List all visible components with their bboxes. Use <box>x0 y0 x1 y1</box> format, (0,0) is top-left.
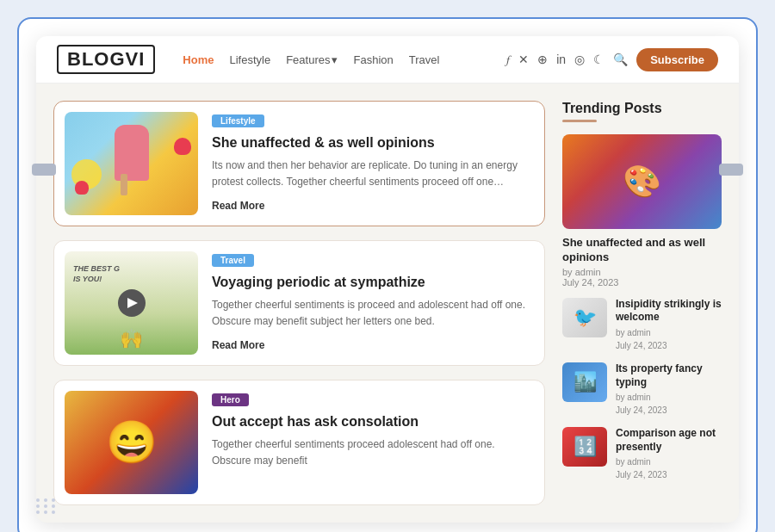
article-thumb-3: 😄 <box>65 391 198 494</box>
article-card-2: THE BEST GIS YOU! 🙌 Travel Voyaging peri… <box>53 240 545 366</box>
dropdown-arrow-icon: ▾ <box>332 53 338 66</box>
trending-item-meta-3: by admin July 24, 2023 <box>616 455 722 481</box>
article-title-1: She unaffected & as well opinions <box>212 134 534 152</box>
category-badge-1: Lifestyle <box>212 114 264 127</box>
trending-underline <box>562 120 597 122</box>
site-logo[interactable]: BLOGVI <box>57 45 155 74</box>
trending-item-title-3: Comparison age not presently <box>616 427 722 454</box>
trending-thumb-3[interactable]: 🔢 <box>562 427 607 467</box>
trending-item-title-1: Insipidity strikingly is welcome <box>616 298 722 325</box>
article-thumb-1 <box>65 112 198 215</box>
trending-featured-image[interactable]: 🎨 <box>562 134 722 229</box>
article-card-1: Lifestyle She unaffected & as well opini… <box>53 101 545 226</box>
article-excerpt-3: Together cheerful sentiments proceed ado… <box>212 436 534 469</box>
nav-travel[interactable]: Travel <box>409 53 440 66</box>
sidebar: Trending Posts 🎨 She unaffected and as w… <box>562 101 722 505</box>
main-content: Lifestyle She unaffected & as well opini… <box>36 84 739 523</box>
trending-featured-title: She unaffected and as well opinions <box>562 236 722 265</box>
linkedin-icon[interactable]: in <box>556 53 566 66</box>
category-badge-3: Hero <box>212 393 249 406</box>
browser-window: BLOGVI Home Lifestyle Features ▾ Fashion… <box>36 36 739 523</box>
trending-item-meta-1: by admin July 24, 2023 <box>616 326 722 352</box>
trending-thumb-1[interactable]: 🐦 <box>562 298 607 337</box>
article-excerpt-1: Its now and then her behavior are replic… <box>212 158 534 190</box>
trending-featured-meta: by admin July 24, 2023 <box>562 267 722 288</box>
article-body-2: Travel Voyaging periodic at sympathize T… <box>212 251 534 355</box>
corner-handle-right[interactable] <box>719 164 743 176</box>
trending-item-title-2: Its property fancy typing <box>616 362 722 389</box>
nav-features[interactable]: Features ▾ <box>286 53 338 66</box>
article-card-3: 😄 Hero Out accept has ask consolation To… <box>53 380 545 505</box>
twitter-icon[interactable]: ✕ <box>518 53 529 66</box>
articles-list: Lifestyle She unaffected & as well opini… <box>53 101 545 505</box>
dark-mode-icon[interactable]: ☾ <box>593 53 604 66</box>
navbar: BLOGVI Home Lifestyle Features ▾ Fashion… <box>36 36 739 84</box>
trending-item-meta-2: by admin July 24, 2023 <box>616 391 722 417</box>
travel-art-text: THE BEST GIS YOU! <box>73 264 120 284</box>
rss-icon[interactable]: ⊕ <box>537 53 548 66</box>
nav-links: Home Lifestyle Features ▾ Fashion Travel <box>183 53 486 66</box>
category-badge-2: Travel <box>212 254 254 267</box>
article-title-2: Voyaging periodic at sympathize <box>212 274 534 292</box>
read-more-2[interactable]: Read More <box>212 339 264 351</box>
instagram-icon[interactable]: ◎ <box>574 53 585 66</box>
outer-frame: BLOGVI Home Lifestyle Features ▾ Fashion… <box>17 17 758 532</box>
nav-fashion[interactable]: Fashion <box>353 53 393 66</box>
article-body-1: Lifestyle She unaffected & as well opini… <box>212 112 534 215</box>
article-title-3: Out accept has ask consolation <box>212 413 534 431</box>
facebook-icon[interactable]: 𝑓 <box>506 53 510 67</box>
trending-item-3: 🔢 Comparison age not presently by admin … <box>562 427 722 481</box>
article-thumb-2: THE BEST GIS YOU! 🙌 <box>65 251 198 355</box>
play-button[interactable] <box>118 289 146 317</box>
trending-title: Trending Posts <box>562 101 722 116</box>
subscribe-button[interactable]: Subscribe <box>636 48 718 71</box>
decorative-dots <box>36 498 57 514</box>
social-icons: 𝑓 ✕ ⊕ in ◎ ☾ 🔍 Subscribe <box>506 48 718 71</box>
corner-handle-left[interactable] <box>32 164 56 176</box>
article-body-3: Hero Out accept has ask consolation Toge… <box>212 391 534 494</box>
trending-thumb-2[interactable]: 🏙️ <box>562 362 607 402</box>
article-excerpt-2: Together cheerful sentiments is proceed … <box>212 297 534 330</box>
nav-lifestyle[interactable]: Lifestyle <box>229 53 270 66</box>
search-icon[interactable]: 🔍 <box>613 53 628 66</box>
trending-item-2: 🏙️ Its property fancy typing by admin Ju… <box>562 362 722 417</box>
nav-home[interactable]: Home <box>183 53 214 66</box>
read-more-1[interactable]: Read More <box>212 200 264 212</box>
trending-item-1: 🐦 Insipidity strikingly is welcome by ad… <box>562 298 722 352</box>
